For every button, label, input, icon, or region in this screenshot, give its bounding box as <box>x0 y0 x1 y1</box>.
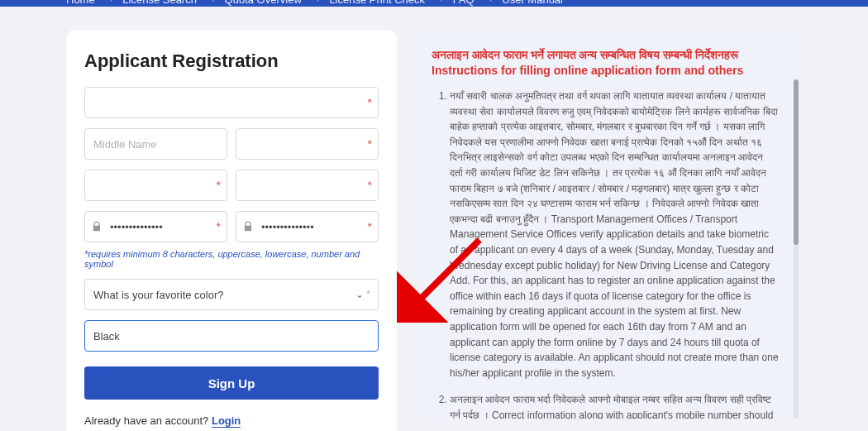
first-name-input[interactable] <box>84 87 379 118</box>
signup-button[interactable]: Sign Up <box>84 366 379 400</box>
registration-form: Applicant Registration *requires minimum… <box>66 30 397 431</box>
security-question-select[interactable] <box>84 279 379 310</box>
password-note: *requires minimum 8 characters, uppercas… <box>84 249 379 269</box>
nav-license-search[interactable]: License Search <box>110 0 197 6</box>
instruction-item: नयाँ सवारी चालक अनुमतिपत्र तथा वर्ग थपका… <box>450 89 779 381</box>
lock-icon <box>242 221 254 232</box>
instruction-item: अनलाइन आवेदन फाराम भर्दा निवेदकले आफ्नो … <box>450 392 779 419</box>
instructions-heading-en: Instructions for filling online applicat… <box>432 64 779 77</box>
form-title: Applicant Registration <box>84 50 379 72</box>
security-answer-input[interactable] <box>84 320 379 352</box>
nav-home[interactable]: Home <box>66 0 95 6</box>
last-name-input[interactable] <box>236 128 379 160</box>
nav-user-manual[interactable]: User Manual <box>489 0 563 6</box>
chevron-down-icon: ⌄ * <box>355 289 370 300</box>
password-input[interactable] <box>84 211 227 242</box>
top-nav: Home License Search Quota Overview Licen… <box>0 0 868 7</box>
confirm-password-input[interactable] <box>236 211 379 242</box>
phone-input[interactable] <box>236 170 379 201</box>
login-prompt-text: Already have an account? <box>84 414 212 427</box>
nav-license-print-check[interactable]: License Print Check <box>317 0 425 6</box>
middle-name-input[interactable] <box>84 128 227 160</box>
scrollbar[interactable] <box>794 79 799 419</box>
login-link[interactable]: Login <box>212 414 241 428</box>
nav-faq[interactable]: FAQ <box>440 0 475 6</box>
instructions-heading-np: अनलाइन आवेदन फाराम भर्ने लगायत अन्य सम्ब… <box>432 48 779 62</box>
instructions-panel: अनलाइन आवेदन फाराम भर्ने लगायत अन्य सम्ब… <box>413 30 802 419</box>
dob-input[interactable] <box>84 170 227 201</box>
lock-icon <box>91 221 103 232</box>
nav-quota-overview[interactable]: Quota Overview <box>212 0 302 6</box>
